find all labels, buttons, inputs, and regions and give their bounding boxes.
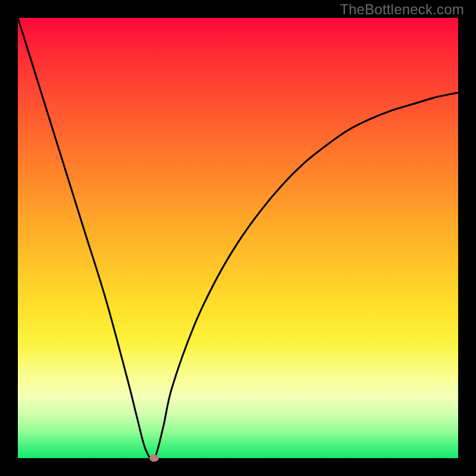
- min-point-marker: [149, 455, 159, 462]
- plot-area: [18, 18, 458, 458]
- curve-svg: [18, 18, 458, 458]
- bottleneck-curve: [18, 18, 458, 458]
- chart-frame: TheBottleneck.com: [0, 0, 476, 476]
- watermark-text: TheBottleneck.com: [340, 1, 464, 18]
